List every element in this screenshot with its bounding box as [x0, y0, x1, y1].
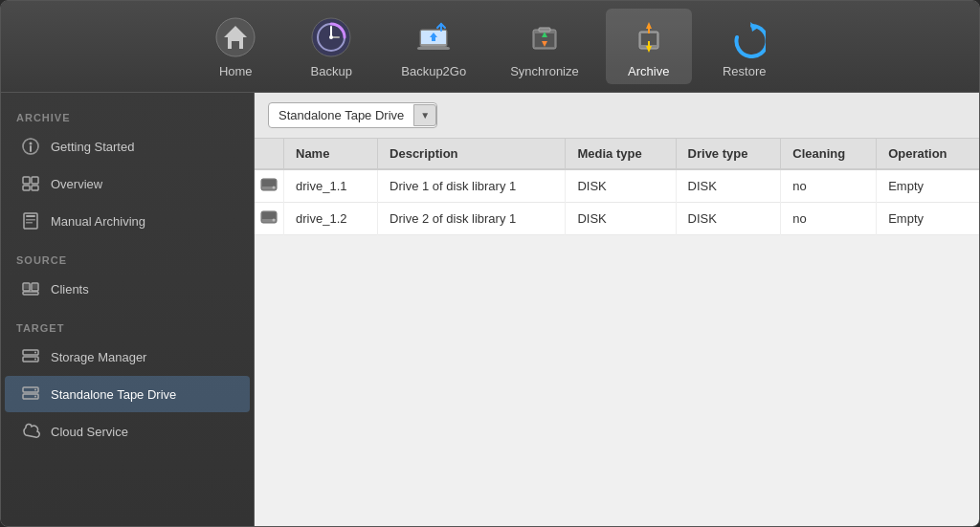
svg-rect-17: [539, 28, 550, 32]
overview-icon: [20, 173, 41, 194]
table-row[interactable]: drive_1.1Drive 1 of disk library 1DISKDI…: [255, 169, 979, 203]
nav-item-backup[interactable]: Backup: [288, 9, 374, 84]
svg-rect-39: [23, 292, 38, 295]
row-drive-type: DISK: [676, 169, 781, 203]
nav-item-restore[interactable]: Restore: [702, 9, 788, 84]
svg-point-7: [329, 35, 333, 39]
row-operation: Empty: [877, 169, 979, 203]
sidebar-section-archive: ARCHIVE: [1, 104, 254, 127]
restore-icon: [722, 14, 768, 60]
sidebar-label-clients: Clients: [51, 282, 89, 296]
manual-archiving-icon: [20, 210, 41, 231]
row-drive-icon: [255, 203, 284, 235]
svg-rect-30: [32, 186, 38, 190]
cloud-service-icon: [20, 421, 41, 442]
svg-rect-49: [262, 180, 276, 187]
sidebar-item-manual-archiving[interactable]: Manual Archiving: [5, 203, 250, 239]
nav-label-home: Home: [219, 64, 253, 78]
sidebar: ARCHIVE Getting Started: [1, 93, 255, 526]
drives-table: Name Description Media type Drive type C…: [255, 139, 979, 235]
row-drive-icon: [255, 169, 284, 203]
col-header-name: Name: [284, 139, 378, 169]
sidebar-item-standalone-tape-drive[interactable]: Standalone Tape Drive: [5, 376, 250, 412]
app-window: Home Backup: [0, 0, 980, 527]
row-cleaning: no: [781, 169, 877, 203]
nav-label-archive: Archive: [628, 64, 669, 78]
svg-point-24: [30, 143, 33, 145]
sidebar-item-clients[interactable]: Clients: [5, 271, 250, 307]
row-cleaning: no: [781, 203, 877, 235]
col-header-drive-type: Drive type: [676, 139, 781, 169]
svg-point-50: [273, 187, 276, 189]
home-icon: [212, 14, 258, 60]
row-name: drive_1.2: [284, 203, 378, 235]
table-row[interactable]: drive_1.2Drive 2 of disk library 1DISKDI…: [255, 203, 979, 235]
nav-label-restore: Restore: [723, 64, 767, 78]
backup2go-icon: [411, 14, 457, 60]
svg-point-53: [273, 219, 276, 222]
svg-rect-32: [26, 215, 35, 217]
standalone-tape-drive-icon: [20, 384, 41, 405]
sidebar-item-overview[interactable]: Overview: [5, 165, 250, 202]
getting-started-icon: [20, 136, 41, 157]
col-header-icon: [255, 139, 284, 169]
table-container: Name Description Media type Drive type C…: [255, 139, 979, 526]
sidebar-label-overview: Overview: [51, 177, 102, 191]
svg-rect-11: [417, 47, 450, 50]
sidebar-section-source: SOURCE: [1, 247, 254, 270]
row-description: Drive 2 of disk library 1: [378, 203, 566, 235]
nav-label-backup2go: Backup2Go: [401, 64, 466, 78]
nav-item-home[interactable]: Home: [192, 9, 278, 84]
content-area: Standalone Tape Drive ▼ Name Description…: [255, 93, 979, 526]
sidebar-label-getting-started: Getting Started: [51, 140, 134, 154]
nav-label-backup: Backup: [311, 64, 352, 78]
svg-point-45: [34, 389, 36, 391]
svg-rect-29: [23, 186, 30, 190]
backup-icon: [308, 14, 354, 60]
sidebar-label-manual-archiving: Manual Archiving: [51, 214, 145, 229]
dropdown-arrow-icon[interactable]: ▼: [413, 104, 436, 126]
row-media-type: DISK: [566, 169, 676, 203]
nav-item-synchronize[interactable]: Synchronize: [493, 9, 596, 84]
row-name: drive_1.1: [284, 169, 378, 203]
nav-item-backup2go[interactable]: Backup2Go: [384, 9, 483, 84]
nav-label-synchronize: Synchronize: [510, 64, 579, 78]
svg-rect-38: [33, 284, 37, 289]
svg-rect-28: [32, 177, 38, 184]
storage-manager-icon: [20, 346, 41, 367]
svg-point-43: [34, 359, 36, 361]
svg-rect-36: [24, 284, 29, 289]
table-header-row: Name Description Media type Drive type C…: [255, 139, 979, 169]
svg-rect-27: [23, 177, 30, 184]
row-description: Drive 1 of disk library 1: [378, 169, 566, 203]
row-drive-type: DISK: [676, 203, 781, 235]
svg-rect-34: [26, 222, 33, 224]
col-header-operation: Operation: [877, 139, 979, 169]
sidebar-label-cloud-service: Cloud Service: [51, 425, 128, 439]
svg-point-47: [34, 396, 36, 398]
synchronize-icon: [522, 14, 568, 60]
col-header-media-type: Media type: [566, 139, 676, 169]
row-operation: Empty: [877, 203, 979, 235]
sidebar-label-standalone-tape-drive: Standalone Tape Drive: [51, 387, 176, 402]
row-media-type: DISK: [566, 203, 676, 235]
dropdown-button[interactable]: Standalone Tape Drive ▼: [268, 102, 437, 128]
svg-rect-33: [26, 219, 35, 221]
sidebar-item-getting-started[interactable]: Getting Started: [5, 128, 250, 165]
svg-rect-2: [232, 41, 239, 49]
svg-rect-52: [262, 212, 276, 219]
sidebar-item-storage-manager[interactable]: Storage Manager: [5, 339, 250, 375]
col-header-description: Description: [378, 139, 566, 169]
sidebar-label-storage-manager: Storage Manager: [51, 350, 146, 364]
content-toolbar: Standalone Tape Drive ▼: [255, 93, 979, 139]
archive-icon: [626, 14, 672, 60]
col-header-cleaning: Cleaning: [781, 139, 877, 169]
main-area: ARCHIVE Getting Started: [1, 93, 979, 526]
top-nav: Home Backup: [1, 1, 979, 93]
dropdown-label: Standalone Tape Drive: [278, 108, 404, 122]
clients-icon: [20, 278, 41, 299]
svg-point-41: [34, 352, 36, 354]
nav-item-archive[interactable]: Archive: [606, 9, 692, 84]
sidebar-item-cloud-service[interactable]: Cloud Service: [5, 413, 250, 450]
sidebar-section-target: TARGET: [1, 315, 254, 338]
